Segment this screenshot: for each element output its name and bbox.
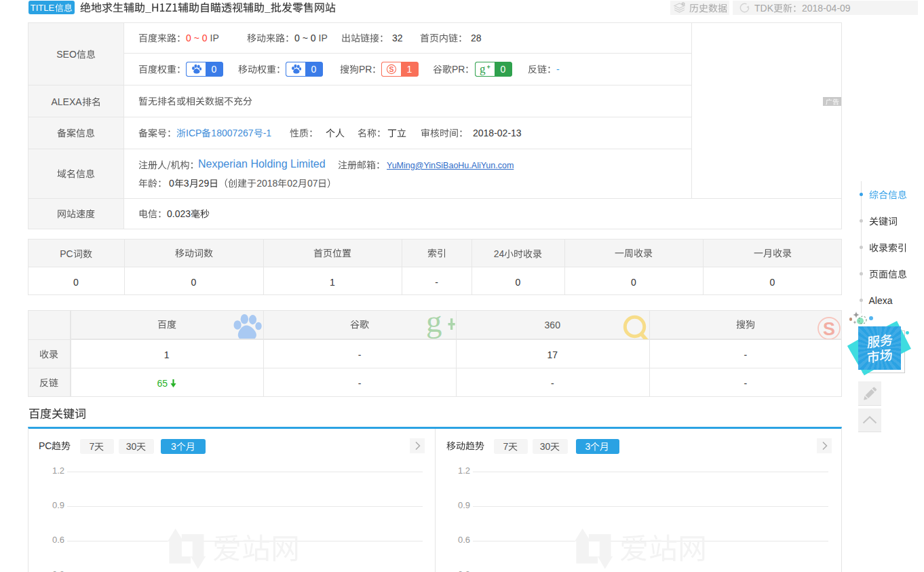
svg-text:g: g <box>426 313 442 339</box>
svg-text:S: S <box>389 65 393 73</box>
svg-text:S: S <box>823 319 835 339</box>
svg-text:+: + <box>487 64 490 71</box>
svg-text:g: g <box>480 63 486 75</box>
